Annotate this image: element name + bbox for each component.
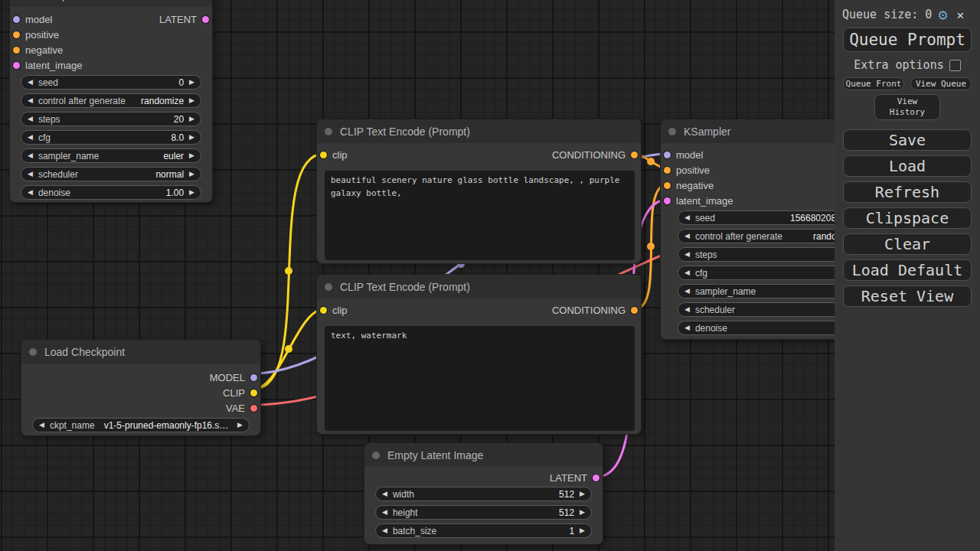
widget-control-after-generate[interactable]: ◀ control after generate randomize	[678, 229, 861, 243]
widget-seed[interactable]: ◀ seed 1566802087	[678, 210, 861, 225]
output-port-vae[interactable]	[250, 405, 257, 412]
increment-arrow-icon[interactable]: ▶	[189, 116, 194, 122]
decrement-arrow-icon[interactable]: ◀	[382, 491, 387, 497]
node-collapse-dot[interactable]	[325, 283, 332, 291]
widget-denoise[interactable]: ◀ denoise	[678, 321, 861, 335]
widget-seed[interactable]: ◀ seed 0 ▶	[21, 75, 201, 90]
prompt-textarea[interactable]: beautiful scenery nature glass bottle la…	[325, 171, 635, 260]
node-collapse-dot[interactable]	[668, 128, 676, 135]
output-port-model[interactable]	[250, 374, 257, 381]
queue-front-button[interactable]: Queue Front	[843, 77, 904, 90]
node-title-bar[interactable]: KSampler	[10, 0, 212, 7]
save-button[interactable]: Save	[843, 129, 972, 151]
increment-arrow-icon[interactable]: ▶	[580, 527, 585, 534]
widget-value: 20	[174, 114, 184, 125]
input-port-model[interactable]	[13, 16, 20, 23]
view-queue-button[interactable]: View Queue	[910, 77, 972, 90]
widget-width[interactable]: ◀ width 512 ▶	[375, 487, 592, 501]
node-collapse-dot[interactable]	[372, 452, 380, 459]
input-port-negative[interactable]	[13, 47, 20, 54]
widget-height[interactable]: ◀ height 512 ▶	[375, 505, 592, 520]
decrement-arrow-icon[interactable]: ◀	[28, 116, 33, 122]
input-port-clip[interactable]	[320, 307, 327, 314]
input-port-positive[interactable]	[664, 167, 671, 174]
output-port-latent[interactable]	[593, 474, 599, 481]
decrement-arrow-icon[interactable]: ◀	[28, 189, 33, 196]
increment-arrow-icon[interactable]: ▶	[237, 422, 243, 429]
widget-batch-size[interactable]: ◀ batch_size 1 ▶	[375, 523, 592, 538]
node-title-bar[interactable]: CLIP Text Encode (Prompt)	[317, 275, 641, 298]
output-port-conditioning[interactable]	[631, 307, 638, 314]
node-clip-text-encode-positive[interactable]: CLIP Text Encode (Prompt) clip CONDITION…	[316, 119, 642, 264]
decrement-arrow-icon[interactable]: ◀	[684, 306, 690, 313]
node-title-bar[interactable]: Load Checkpoint	[21, 340, 260, 364]
widget-sampler-name[interactable]: ◀ sampler_name	[678, 284, 861, 298]
increment-arrow-icon[interactable]: ▶	[189, 189, 194, 196]
decrement-arrow-icon[interactable]: ◀	[684, 288, 690, 295]
widget-scheduler[interactable]: ◀ scheduler normal ▶	[21, 167, 201, 181]
widget-label: control after generate	[695, 231, 782, 242]
decrement-arrow-icon[interactable]: ◀	[28, 152, 33, 159]
decrement-arrow-icon[interactable]: ◀	[39, 422, 44, 429]
increment-arrow-icon[interactable]: ▶	[580, 509, 585, 516]
input-port-negative[interactable]	[664, 182, 671, 189]
widget-cfg[interactable]: ◀ cfg	[678, 266, 861, 280]
input-port-clip[interactable]	[320, 152, 327, 158]
widget-steps[interactable]: ◀ steps 20 ▶	[21, 112, 201, 126]
input-port-latent-image[interactable]	[13, 62, 20, 69]
widget-label: denoise	[38, 187, 70, 198]
increment-arrow-icon[interactable]: ▶	[189, 79, 194, 86]
close-icon[interactable]: ✕	[956, 8, 964, 22]
decrement-arrow-icon[interactable]: ◀	[684, 251, 690, 258]
node-empty-latent-image[interactable]: Empty Latent Image LATENT ◀ width 512 ▶ …	[364, 442, 603, 545]
decrement-arrow-icon[interactable]: ◀	[382, 527, 387, 534]
increment-arrow-icon[interactable]: ▶	[189, 152, 194, 159]
decrement-arrow-icon[interactable]: ◀	[684, 324, 690, 331]
decrement-arrow-icon[interactable]: ◀	[382, 509, 387, 516]
node-title-bar[interactable]: Empty Latent Image	[364, 443, 603, 467]
widget-steps[interactable]: ◀ steps	[678, 247, 861, 262]
decrement-arrow-icon[interactable]: ◀	[28, 134, 33, 141]
increment-arrow-icon[interactable]: ▶	[580, 491, 585, 497]
output-port-latent[interactable]	[202, 16, 209, 23]
node-title-bar[interactable]: CLIP Text Encode (Prompt)	[317, 119, 641, 143]
widget-denoise[interactable]: ◀ denoise 1.00 ▶	[21, 185, 201, 200]
decrement-arrow-icon[interactable]: ◀	[684, 214, 690, 221]
settings-gear-icon[interactable]: ⚙	[938, 7, 947, 22]
decrement-arrow-icon[interactable]: ◀	[684, 269, 690, 276]
node-ksampler-left[interactable]: KSampler model LATENT positive negative	[9, 0, 213, 203]
view-history-button[interactable]: View History	[874, 94, 940, 120]
node-graph-canvas[interactable]: KSampler model LATENT positive negative	[0, 0, 980, 551]
increment-arrow-icon[interactable]: ▶	[189, 171, 194, 178]
prompt-textarea[interactable]: text, watermark	[325, 326, 635, 431]
increment-arrow-icon[interactable]: ▶	[189, 97, 194, 104]
node-collapse-dot[interactable]	[325, 128, 332, 135]
widget-control-after-generate[interactable]: ◀ control after generate randomize ▶	[21, 93, 201, 108]
refresh-button[interactable]: Refresh	[843, 181, 972, 203]
output-port-clip[interactable]	[250, 390, 257, 396]
widget-sampler-name[interactable]: ◀ sampler_name euler ▶	[21, 148, 201, 163]
decrement-arrow-icon[interactable]: ◀	[28, 79, 33, 86]
widget-label: denoise	[695, 323, 727, 334]
reset-view-button[interactable]: Reset View	[843, 285, 972, 307]
widget-cfg[interactable]: ◀ cfg 8.0 ▶	[21, 130, 201, 145]
increment-arrow-icon[interactable]: ▶	[189, 134, 194, 141]
clipspace-button[interactable]: Clipspace	[843, 207, 972, 229]
input-port-model[interactable]	[664, 152, 671, 158]
decrement-arrow-icon[interactable]: ◀	[684, 233, 690, 240]
node-collapse-dot[interactable]	[29, 348, 37, 356]
output-port-conditioning[interactable]	[631, 152, 638, 158]
input-port-latent-image[interactable]	[664, 197, 671, 204]
node-clip-text-encode-negative[interactable]: CLIP Text Encode (Prompt) clip CONDITION…	[316, 274, 642, 435]
node-load-checkpoint[interactable]: Load Checkpoint MODEL CLIP VAE ◀ ckpt_na…	[21, 339, 261, 436]
input-port-positive[interactable]	[13, 31, 20, 38]
decrement-arrow-icon[interactable]: ◀	[28, 97, 33, 104]
extra-options-checkbox[interactable]	[949, 60, 961, 71]
widget-scheduler[interactable]: ◀ scheduler	[678, 302, 861, 317]
load-default-button[interactable]: Load Default	[843, 259, 972, 281]
widget-ckpt-name[interactable]: ◀ ckpt_name v1-5-pruned-emaonly-fp16.s… …	[32, 418, 250, 432]
queue-prompt-button[interactable]: Queue Prompt	[843, 28, 972, 52]
clear-button[interactable]: Clear	[843, 233, 972, 255]
decrement-arrow-icon[interactable]: ◀	[28, 171, 33, 178]
load-button[interactable]: Load	[843, 155, 972, 177]
